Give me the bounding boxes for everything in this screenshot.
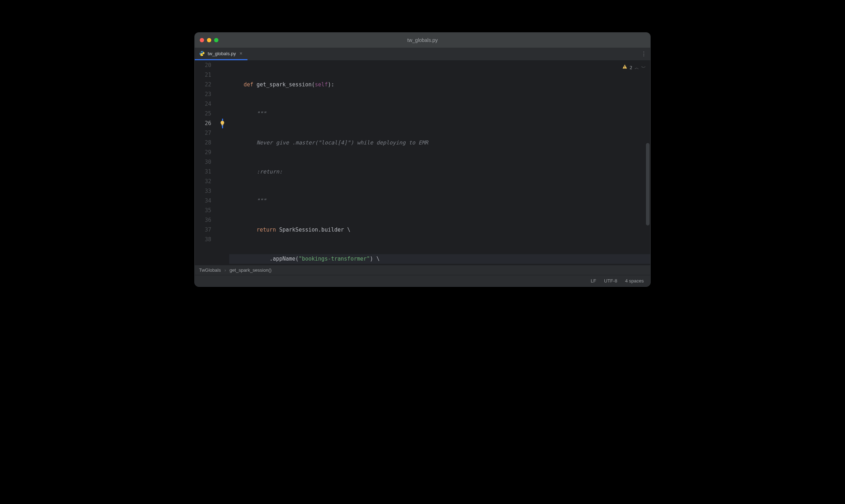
tab-bar: tw_globals.py × ⋮: [195, 48, 650, 61]
line-number[interactable]: 20: [195, 61, 211, 70]
window-close-button[interactable]: [200, 38, 204, 42]
line-number[interactable]: 30: [195, 157, 211, 167]
line-number-current[interactable]: 26: [195, 119, 211, 128]
svg-rect-5: [222, 126, 223, 126]
breadcrumb-class[interactable]: TwGlobals: [199, 267, 221, 273]
status-indent[interactable]: 4 spaces: [625, 278, 644, 284]
status-line-separator[interactable]: LF: [591, 278, 596, 284]
line-number[interactable]: 22: [195, 80, 211, 90]
tab-overflow-menu[interactable]: ⋮: [641, 48, 647, 60]
line-number[interactable]: 32: [195, 177, 211, 186]
line-number[interactable]: 31: [195, 167, 211, 177]
svg-rect-4: [222, 125, 223, 125]
titlebar: tw_globals.py: [195, 33, 650, 48]
breadcrumb-method[interactable]: get_spark_session(): [230, 267, 272, 273]
traffic-lights: [200, 38, 218, 42]
window-maximize-button[interactable]: [214, 38, 218, 42]
line-number[interactable]: 33: [195, 186, 211, 196]
editor-area[interactable]: 2 ︿ ﹀ 20 21 22 23 24 25 26 27 28 29 30 3…: [195, 61, 650, 265]
warning-icon: [622, 63, 627, 72]
line-number[interactable]: 25: [195, 109, 211, 119]
line-number[interactable]: 28: [195, 138, 211, 148]
gutter-icons: [219, 61, 229, 265]
status-bar: LF UTF-8 4 spaces: [195, 275, 650, 286]
status-encoding[interactable]: UTF-8: [604, 278, 617, 284]
svg-point-1: [202, 55, 203, 55]
svg-rect-2: [624, 66, 625, 67]
breadcrumb-separator-icon: ›: [225, 267, 226, 273]
svg-rect-3: [624, 68, 625, 68]
line-number[interactable]: 24: [195, 99, 211, 109]
tab-close-icon[interactable]: ×: [239, 51, 243, 56]
line-number[interactable]: 36: [195, 215, 211, 225]
svg-point-0: [201, 51, 201, 52]
line-number[interactable]: 38: [195, 235, 211, 244]
line-number[interactable]: 34: [195, 196, 211, 206]
line-number[interactable]: 27: [195, 128, 211, 138]
tab-tw-globals[interactable]: tw_globals.py ×: [195, 48, 247, 60]
window-title: tw_globals.py: [195, 37, 650, 43]
breadcrumb-bar: TwGlobals › get_spark_session(): [195, 265, 650, 275]
warning-count: 2: [629, 63, 632, 72]
line-number[interactable]: 21: [195, 70, 211, 80]
window-minimize-button[interactable]: [207, 38, 211, 42]
vertical-scrollbar[interactable]: [646, 143, 650, 225]
prev-highlight-icon[interactable]: ︿: [634, 63, 639, 72]
line-number[interactable]: 37: [195, 225, 211, 235]
intention-bulb-icon[interactable]: [219, 120, 226, 127]
tab-label: tw_globals.py: [208, 51, 236, 56]
line-number[interactable]: 35: [195, 206, 211, 215]
code-content[interactable]: def get_spark_session(self): """ Never g…: [229, 61, 650, 265]
line-number[interactable]: 23: [195, 90, 211, 99]
inspections-widget[interactable]: 2 ︿ ﹀: [622, 63, 646, 72]
line-number[interactable]: 29: [195, 148, 211, 157]
next-highlight-icon[interactable]: ﹀: [641, 63, 646, 72]
line-number-gutter[interactable]: 20 21 22 23 24 25 26 27 28 29 30 31 32 3…: [195, 61, 219, 265]
python-file-icon: [199, 51, 205, 56]
editor-window: tw_globals.py tw_globals.py × ⋮ 2 ︿ ﹀ 20…: [194, 32, 651, 287]
